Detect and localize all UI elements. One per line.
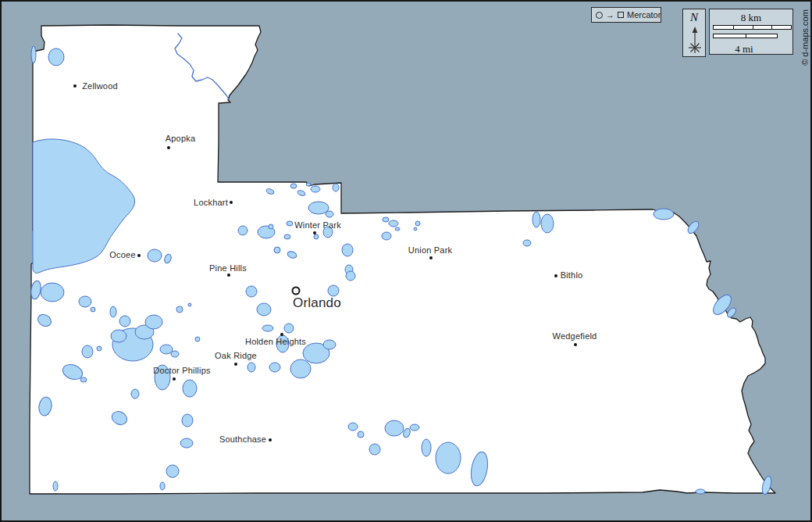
city-label: Holden Heights	[245, 337, 306, 346]
lake	[436, 442, 461, 474]
city-label: Orlando	[293, 295, 341, 311]
lake	[269, 363, 280, 372]
lake	[311, 186, 320, 192]
lake	[257, 303, 271, 316]
lake	[395, 227, 400, 231]
lake	[195, 337, 200, 341]
lake	[284, 324, 294, 333]
lake	[246, 286, 257, 297]
lake	[654, 209, 674, 220]
lake	[188, 303, 191, 306]
lake	[389, 220, 398, 227]
lake	[238, 226, 248, 235]
city-dot-marker	[73, 84, 77, 88]
lake	[314, 234, 319, 239]
lake	[290, 184, 297, 188]
lake	[111, 330, 126, 342]
city-dot-marker	[554, 274, 557, 277]
lake	[80, 377, 87, 382]
city-dot-marker	[173, 377, 176, 381]
lake	[119, 316, 130, 327]
lake	[287, 221, 293, 226]
lake	[171, 351, 179, 357]
lake	[333, 184, 339, 191]
city-label: Union Park	[408, 245, 452, 255]
city-dot-marker	[574, 343, 577, 346]
lake	[274, 247, 280, 253]
compass-north-label: N	[683, 11, 705, 24]
city-dot-marker	[230, 201, 233, 204]
lake	[176, 306, 183, 313]
projection-label: Mercator	[627, 10, 661, 20]
lake	[182, 414, 193, 427]
lake	[248, 363, 255, 372]
scale-km-bar	[713, 25, 792, 30]
lake	[262, 325, 273, 331]
lake	[410, 424, 419, 431]
city-label: Doctor Phillips	[153, 366, 210, 375]
lake	[269, 224, 273, 229]
projection-square-icon	[618, 12, 624, 18]
lake	[91, 307, 95, 312]
city-dot-marker	[429, 256, 433, 259]
lake	[326, 211, 333, 217]
lake	[358, 431, 364, 438]
city-dot-marker	[137, 254, 141, 257]
lake	[110, 306, 116, 317]
lake	[382, 232, 391, 240]
city-dot-marker	[313, 231, 316, 234]
lake	[180, 438, 193, 448]
lake	[348, 423, 358, 431]
lake	[346, 271, 355, 281]
city-dot-marker	[227, 274, 230, 277]
lake	[422, 439, 431, 456]
lake	[79, 296, 91, 307]
city-label: Zellwood	[82, 81, 118, 91]
lake	[369, 444, 380, 455]
projection-arrow-icon: →	[606, 11, 614, 20]
lake	[383, 217, 389, 222]
lake	[541, 214, 554, 233]
lake	[308, 202, 329, 214]
lake	[160, 345, 173, 354]
lake	[148, 249, 162, 262]
lake	[323, 340, 336, 349]
lake	[523, 240, 531, 246]
city-ring-marker	[292, 287, 301, 295]
lake	[532, 212, 540, 227]
lake	[284, 234, 290, 239]
city-label: Oak Ridge	[215, 351, 257, 360]
lake	[414, 227, 417, 231]
city-dot-marker	[280, 333, 283, 336]
lake	[183, 380, 197, 397]
scale-mi-bar	[713, 34, 778, 38]
city-label: Wedgefield	[553, 331, 597, 341]
map-canvas: ZellwoodApopkaLockhartWinter ParkOcoeeUn…	[0, 0, 812, 522]
lake	[306, 183, 311, 186]
city-label: Southchase	[219, 434, 266, 444]
lake	[31, 46, 36, 63]
lake	[48, 48, 64, 66]
city-label: Winter Park	[294, 220, 341, 230]
city-label: Pine Hills	[209, 263, 247, 273]
lake	[145, 315, 162, 329]
lake	[131, 389, 139, 399]
lake	[290, 359, 311, 378]
scale-km-label: 8 km	[710, 12, 792, 24]
city-label: Apopka	[166, 134, 196, 143]
city-dot-marker	[167, 146, 170, 149]
globe-circle-icon	[596, 12, 603, 19]
city-dot-marker	[234, 363, 237, 366]
map-svg	[0, 0, 812, 522]
lake	[160, 482, 165, 490]
lake	[385, 420, 404, 436]
scale-mi-label: 4 mi	[703, 43, 785, 55]
city-label: Ocoee	[109, 250, 135, 259]
scale-box: 8 km 4 mi	[709, 9, 793, 55]
lake	[328, 285, 339, 296]
lake	[166, 465, 179, 477]
lake	[97, 346, 102, 351]
lake	[82, 345, 93, 358]
lake	[696, 489, 705, 494]
city-dot-marker	[269, 438, 272, 442]
